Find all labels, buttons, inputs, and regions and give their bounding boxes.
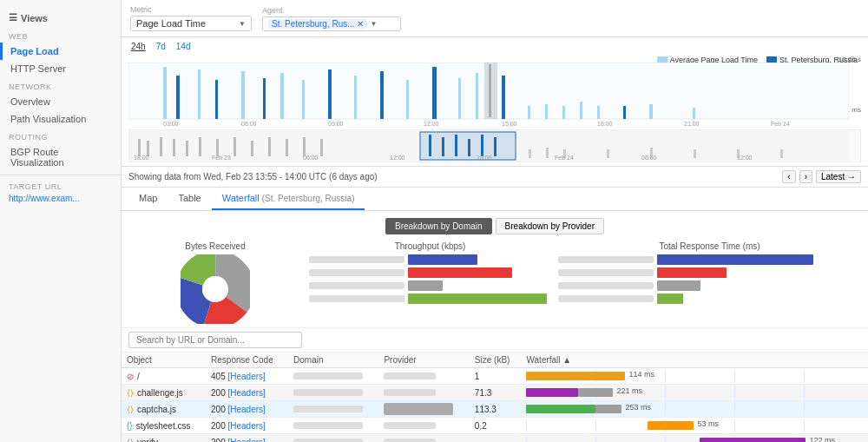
headers-link[interactable]: [Headers] xyxy=(228,372,266,381)
agent-remove-icon[interactable]: ✕ xyxy=(357,19,364,29)
table-row: ⊘/405 [Headers]1114 ms xyxy=(122,368,868,385)
svg-text:12:00: 12:00 xyxy=(390,155,405,161)
agent-select[interactable]: St. Petersburg, Rus... ✕ ▼ xyxy=(262,16,401,31)
sidebar-item-path-viz[interactable]: Path Visualization xyxy=(0,110,121,128)
headers-link[interactable]: [Headers] xyxy=(228,388,266,398)
metric-value: Page Load Time xyxy=(136,18,206,29)
svg-rect-41 xyxy=(199,137,201,156)
waterfall-label: 53 ms xyxy=(697,419,719,428)
pie-chart-container xyxy=(128,254,302,324)
domain-value xyxy=(293,422,363,429)
svg-rect-43 xyxy=(233,137,236,156)
breakdown-buttons: Breakdown by Domain Breakdown by Provide… xyxy=(122,211,868,238)
cell-provider xyxy=(378,418,469,434)
nav-next-btn[interactable]: › xyxy=(799,170,812,183)
sidebar-item-http-server[interactable]: HTTP Server xyxy=(0,60,121,77)
svg-rect-5 xyxy=(241,71,245,119)
cell-provider xyxy=(378,368,469,385)
svg-rect-46 xyxy=(286,139,288,156)
svg-rect-10 xyxy=(354,76,357,119)
svg-rect-38 xyxy=(160,137,162,156)
chart-showing: Showing data from Wed, Feb 23 13:55 - 14… xyxy=(122,167,868,188)
latest-btn[interactable]: Latest → xyxy=(816,170,861,183)
waterfall-bar-container: 221 ms xyxy=(526,386,821,399)
time-btn-14d[interactable]: 14d xyxy=(174,41,194,52)
bar-row-1 xyxy=(309,267,551,278)
bar-label-3 xyxy=(309,295,404,302)
headers-link[interactable]: [Headers] xyxy=(228,421,266,431)
bar-row-2 xyxy=(309,280,551,291)
provider-value xyxy=(384,389,436,396)
cell-response-code: 200 [Headers] xyxy=(206,434,288,443)
metric-label: Metric xyxy=(130,5,252,14)
js-file-icon: ⟨⟩ xyxy=(127,388,134,398)
tab-table[interactable]: Table xyxy=(168,188,211,210)
svg-rect-57 xyxy=(546,148,549,158)
resp-bar-label-3 xyxy=(558,295,654,302)
breakdown-domain-btn[interactable]: Breakdown by Domain xyxy=(385,218,492,234)
tab-map[interactable]: Map xyxy=(128,188,168,210)
search-input[interactable] xyxy=(128,332,302,348)
sidebar: ☰ Views WEB Page Load HTTP Server NETWOR… xyxy=(0,0,122,442)
throughput-title: Throughput (kbps) xyxy=(309,241,551,251)
time-btn-7d[interactable]: 7d xyxy=(154,41,168,52)
tab-waterfall[interactable]: Waterfall (St. Petersburg, Russia) xyxy=(212,188,365,210)
svg-text:09:00: 09:00 xyxy=(328,121,344,127)
svg-rect-54 xyxy=(481,135,483,156)
cell-size: 0.2 xyxy=(470,418,522,434)
waterfall-bar xyxy=(526,372,625,380)
svg-rect-50 xyxy=(429,135,431,156)
sidebar-item-page-load[interactable]: Page Load xyxy=(0,43,121,60)
svg-text:Feb 24: Feb 24 xyxy=(555,155,574,161)
svg-rect-20 xyxy=(545,104,548,119)
sidebar-item-bgp[interactable]: BGP Route Visualization xyxy=(0,143,121,171)
bar-row-3 xyxy=(309,294,551,304)
sidebar-item-overview[interactable]: Overview xyxy=(0,93,121,110)
svg-rect-22 xyxy=(580,102,582,119)
th-waterfall[interactable]: Waterfall ▲ xyxy=(521,353,868,368)
main-content: Metric Page Load Time ▼ Agent St. Peters… xyxy=(122,0,868,442)
bytes-chart-panel: Bytes Received xyxy=(128,241,302,324)
waterfall-bar-container: 114 ms xyxy=(526,370,821,382)
waterfall-label: 114 ms xyxy=(628,370,654,379)
waterfall-bar xyxy=(526,388,578,397)
waterfall-table: Object Response Code Domain Provider Siz… xyxy=(122,353,868,442)
svg-text:18:00: 18:00 xyxy=(134,155,149,161)
metric-control: Metric Page Load Time ▼ xyxy=(130,5,252,31)
agent-label: Agent xyxy=(262,6,401,15)
bar-val-3 xyxy=(408,294,547,304)
metric-select[interactable]: Page Load Time ▼ xyxy=(130,16,252,31)
js-file-icon: ⟨⟩ xyxy=(127,405,134,414)
bar-label-2 xyxy=(309,282,404,289)
th-provider: Provider xyxy=(378,353,469,368)
svg-rect-7 xyxy=(280,73,284,119)
cell-provider xyxy=(378,385,469,401)
cell-provider xyxy=(378,401,469,418)
svg-rect-24 xyxy=(623,106,626,119)
cell-domain xyxy=(288,385,378,401)
waterfall-label: 122 ms xyxy=(809,436,835,442)
svg-text:18:00: 18:00 xyxy=(477,155,492,161)
svg-rect-59 xyxy=(607,149,609,158)
headers-link[interactable]: [Headers] xyxy=(228,438,266,443)
waterfall-bar-container: 53 ms xyxy=(526,419,821,432)
cell-domain xyxy=(288,368,378,385)
resp-bar-val-0 xyxy=(657,254,813,265)
nav-prev-btn[interactable]: ‹ xyxy=(782,170,795,183)
cell-waterfall: 53 ms xyxy=(521,418,868,434)
resp-bar-row-3 xyxy=(558,294,861,304)
svg-rect-4 xyxy=(215,80,218,119)
cell-object: ⟨⟩verify xyxy=(122,434,206,443)
svg-rect-15 xyxy=(476,73,478,119)
waterfall-bar-container: 122 ms xyxy=(526,436,821,442)
provider-value xyxy=(384,439,436,443)
breakdown-provider-btn[interactable]: Breakdown by Provider xyxy=(496,218,604,234)
svg-rect-39 xyxy=(173,139,175,156)
headers-link[interactable]: [Headers] xyxy=(228,405,266,414)
resp-bar-val-1 xyxy=(657,267,727,278)
svg-rect-51 xyxy=(442,137,444,156)
svg-rect-44 xyxy=(251,141,253,156)
svg-rect-11 xyxy=(380,71,384,119)
svg-rect-48 xyxy=(320,139,323,156)
time-btn-24h[interactable]: 24h xyxy=(128,41,148,52)
